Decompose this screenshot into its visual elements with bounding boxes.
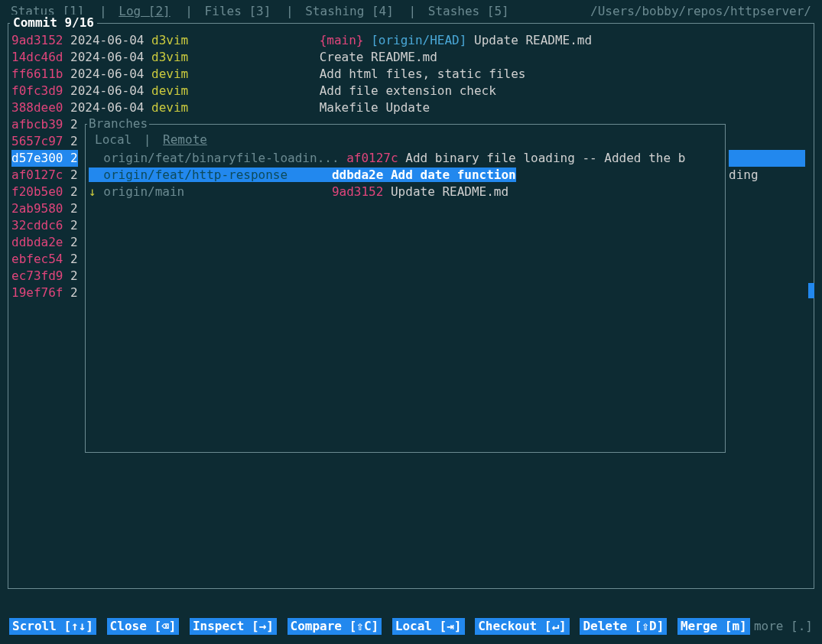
branches-tab-remote[interactable]: Remote — [163, 132, 207, 147]
commit-row[interactable]: 14dc46d 2024-06-04 d3vim Create README.m… — [8, 49, 814, 66]
footer-more[interactable]: more [.] — [754, 618, 813, 635]
commit-row[interactable]: ff6611b 2024-06-04 devim Add html files,… — [8, 66, 814, 83]
branch-row[interactable]: origin/feat/binaryfile-loadin... af0127c… — [86, 150, 725, 167]
footer-checkout-button[interactable]: Checkout [↵] — [475, 618, 570, 635]
footer-close-button[interactable]: Close [⌫] — [107, 618, 180, 635]
footer-compare-button[interactable]: Compare [⇧C] — [288, 618, 382, 635]
commit-row[interactable]: f0fc3d9 2024-06-04 devim Add file extens… — [8, 83, 814, 99]
branch-row[interactable]: ↓ origin/main 9ad3152 Update README.md — [86, 184, 725, 200]
commit-log-panel: Commit 9/16 9ad3152 2024-06-04 d3vim {ma… — [8, 23, 814, 589]
branch-list[interactable]: origin/feat/binaryfile-loadin... af0127c… — [86, 148, 725, 200]
branches-popup: Branches Local | Remote origin/feat/bina… — [85, 124, 726, 453]
commit-row[interactable]: 388dee0 2024-06-04 devim Makefile Update — [8, 99, 814, 116]
footer-bar: Scroll [↑↓] Close [⌫] Inspect [→] Compar… — [9, 618, 813, 635]
footer-scroll-button[interactable]: Scroll [↑↓] — [9, 618, 96, 635]
footer-merge-button[interactable]: Merge [m] — [677, 618, 750, 635]
panel-title: Commit 9/16 — [10, 15, 97, 31]
footer-delete-button[interactable]: Delete [⇧D] — [580, 618, 667, 635]
commit-row[interactable]: 9ad3152 2024-06-04 d3vim {main} [origin/… — [8, 32, 814, 49]
branches-popup-title: Branches — [87, 115, 149, 132]
footer-inspect-button[interactable]: Inspect [→] — [190, 618, 277, 635]
branches-tab-local[interactable]: Local — [95, 132, 132, 147]
scrollbar-thumb[interactable] — [808, 283, 814, 298]
footer-local-button[interactable]: Local [⇥] — [392, 618, 465, 635]
tab-divider: | — [144, 132, 151, 147]
branch-row-selected[interactable]: origin/feat/http-response ddbda2e Add da… — [86, 167, 725, 184]
